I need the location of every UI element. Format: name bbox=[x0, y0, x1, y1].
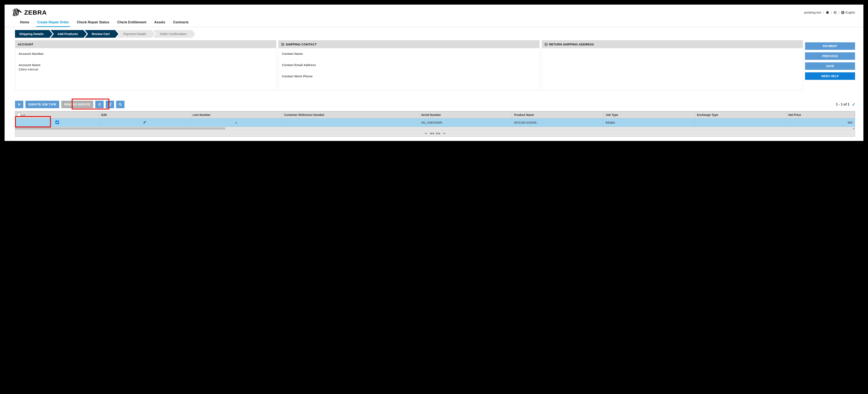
step-review-cart[interactable]: Review Cart bbox=[85, 30, 115, 38]
page-next-icon[interactable]: ▶▶ bbox=[436, 132, 441, 135]
expand-icon[interactable]: ⤢ bbox=[852, 102, 855, 107]
grid-pagination: ⏮ ◀◀ ▶▶ ⏭ bbox=[15, 130, 855, 136]
summary-panels: ACCOUNT Account Number Account Name Zebr… bbox=[15, 40, 855, 90]
col-select[interactable]: ▲▼ bbox=[16, 111, 99, 119]
job-type-cell: Billable bbox=[603, 119, 695, 127]
line-items-grid: ▲▼ Edit Line Number Customer Reference N… bbox=[15, 111, 855, 137]
select-all-checkbox[interactable] bbox=[17, 113, 21, 116]
payment-button[interactable]: PAYMENT bbox=[805, 42, 855, 50]
export-button[interactable] bbox=[95, 101, 104, 108]
col-line-number[interactable]: Line Number bbox=[191, 111, 282, 119]
language-selector[interactable]: English bbox=[841, 11, 855, 14]
page-first-icon[interactable]: ⏮ bbox=[425, 132, 428, 135]
account-panel-title: ACCOUNT bbox=[15, 40, 276, 48]
serial-cell: SN_UNKNOWN bbox=[419, 119, 512, 127]
nav-contracts[interactable]: Contracts bbox=[172, 18, 189, 27]
action-buttons: PAYMENT PREVIOUS SAVE NEED HELP bbox=[805, 40, 855, 90]
save-button[interactable]: SAVE bbox=[805, 62, 855, 70]
col-edit[interactable]: Edit bbox=[99, 111, 190, 119]
topbar: ZEBRA portalreg test | | | English bbox=[5, 7, 863, 18]
main-nav: Home Create Repair Order Check Repair St… bbox=[5, 18, 863, 27]
gear-icon bbox=[825, 11, 829, 14]
nav-create-repair-order[interactable]: Create Repair Order bbox=[36, 18, 70, 27]
logout-button[interactable] bbox=[833, 11, 837, 14]
username-label[interactable]: portalreg test bbox=[804, 11, 821, 14]
settings-button[interactable] bbox=[825, 11, 829, 14]
search-icon bbox=[118, 103, 122, 106]
wizard-stepper: Shipping Details Add Products Review Car… bbox=[15, 30, 855, 38]
globe-icon bbox=[841, 11, 845, 14]
page-last-icon[interactable]: ⏭ bbox=[443, 132, 446, 135]
export-icon bbox=[98, 103, 101, 106]
horizontal-scrollbar[interactable]: ▸ bbox=[15, 127, 855, 130]
pencil-icon bbox=[143, 121, 146, 124]
nav-home[interactable]: Home bbox=[19, 18, 30, 27]
contact-email-label: Contact Email Address bbox=[282, 63, 536, 67]
col-net-price[interactable]: Net Price bbox=[786, 111, 855, 119]
pager-text: 1 - 1 of 1 bbox=[836, 103, 849, 106]
table-row[interactable]: 1 SN_UNKNOWN MC9190-G30SW... Billable €8… bbox=[16, 119, 855, 127]
close-icon bbox=[17, 103, 21, 106]
delete-button[interactable] bbox=[15, 101, 23, 108]
info-icon[interactable]: i bbox=[281, 43, 284, 46]
sort-indicator-icon: ▲▼ bbox=[21, 114, 25, 116]
nav-check-repair-status[interactable]: Check Repair Status bbox=[76, 18, 110, 27]
info-icon[interactable]: i bbox=[545, 43, 548, 46]
app-frame: ZEBRA portalreg test | | | English Home … bbox=[4, 4, 864, 141]
row-checkbox[interactable] bbox=[56, 121, 59, 124]
brand-text: ZEBRA bbox=[24, 9, 47, 16]
step-shipping-details[interactable]: Shipping Details bbox=[15, 30, 49, 38]
col-job-type[interactable]: Job Type bbox=[603, 111, 695, 119]
step-payment-details: Payment Details bbox=[116, 30, 152, 38]
nav-check-entitlement[interactable]: Check Entitlement bbox=[116, 18, 147, 27]
product-cell: MC9190-G30SW... bbox=[512, 119, 603, 127]
previous-button[interactable]: PREVIOUS bbox=[805, 52, 855, 60]
language-label: English bbox=[845, 11, 855, 14]
return-address-title: RETURN SHIPPING ADDRESS bbox=[549, 42, 594, 46]
shipping-contact-title: SHIPPING CONTACT bbox=[286, 42, 316, 46]
remove-dispute-button[interactable]: REMOVE DISPUTE bbox=[61, 101, 93, 108]
edit-cell[interactable] bbox=[99, 119, 190, 127]
account-panel: ACCOUNT Account Number Account Name Zebr… bbox=[15, 40, 276, 90]
nav-assets[interactable]: Assets bbox=[153, 18, 166, 27]
zebra-logo-icon bbox=[13, 8, 23, 17]
paperclip-icon bbox=[108, 103, 112, 106]
account-number-label: Account Number bbox=[19, 52, 273, 56]
contact-phone-label: Contact Work Phone bbox=[282, 74, 536, 78]
customer-ref-cell bbox=[282, 119, 419, 127]
page-prev-icon[interactable]: ◀◀ bbox=[430, 132, 434, 135]
dispute-job-type-button[interactable]: DISPUTE JOB TYPE bbox=[25, 101, 59, 108]
account-number-value bbox=[19, 56, 273, 60]
line-items-section: DISPUTE JOB TYPE REMOVE DISPUTE 1 - 1 of… bbox=[15, 101, 855, 137]
svg-point-6 bbox=[119, 103, 121, 105]
col-customer-ref[interactable]: Customer Reference Number bbox=[282, 111, 419, 119]
net-price-cell: €84 bbox=[786, 119, 855, 127]
line-number-cell: 1 bbox=[191, 119, 282, 127]
col-product[interactable]: Product Name bbox=[512, 111, 603, 119]
return-address-panel: iRETURN SHIPPING ADDRESS bbox=[542, 40, 803, 90]
table-toolbar: DISPUTE JOB TYPE REMOVE DISPUTE 1 - 1 of… bbox=[15, 101, 855, 108]
user-controls: portalreg test | | | English bbox=[804, 11, 855, 14]
need-help-button[interactable]: NEED HELP bbox=[805, 72, 855, 80]
step-order-confirmation: Order Confirmation bbox=[153, 30, 192, 38]
pager-info: 1 - 1 of 1 ⤢ bbox=[836, 102, 855, 107]
scrollbar-thumb[interactable] bbox=[15, 127, 225, 129]
brand-logo: ZEBRA bbox=[13, 8, 47, 17]
attachment-button[interactable] bbox=[106, 101, 114, 108]
account-name-label: Account Name bbox=[19, 63, 273, 67]
contact-name-label: Contact Name bbox=[282, 52, 536, 56]
logout-icon bbox=[833, 11, 837, 14]
shipping-contact-panel: iSHIPPING CONTACT Contact Name Contact E… bbox=[278, 40, 539, 90]
account-name-value: Zebra Internal bbox=[19, 68, 273, 71]
step-add-products[interactable]: Add Products bbox=[51, 30, 84, 38]
col-exchange[interactable]: Exchange Type bbox=[695, 111, 786, 119]
exchange-cell bbox=[695, 119, 786, 127]
search-button[interactable] bbox=[116, 101, 124, 108]
scroll-right-icon[interactable]: ▸ bbox=[853, 127, 855, 130]
col-serial[interactable]: Serial Number bbox=[419, 111, 512, 119]
